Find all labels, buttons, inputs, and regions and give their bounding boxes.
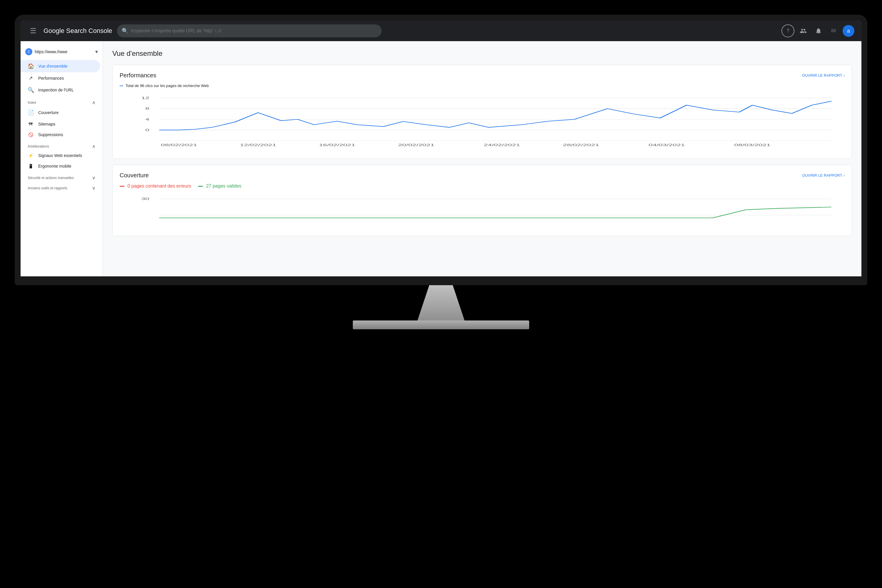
couverture-card-title: Couverture	[120, 172, 149, 179]
svg-text:12: 12	[141, 96, 149, 100]
nav-label-inspection: Inspection de l'URL	[38, 88, 74, 92]
nav-label-performances: Performances	[38, 76, 64, 81]
inspect-icon: 🔍	[28, 87, 33, 93]
search-bar[interactable]: 🔍	[117, 24, 382, 38]
sidebar-item-inspection-url[interactable]: 🔍 Inspection de l'URL	[21, 84, 100, 96]
nav-label-suppressions: Suppressions	[38, 132, 63, 137]
index-section-arrow-icon: ∧	[92, 100, 96, 105]
main-content: Vue d'ensemble Performances OUVRIR LE RA…	[103, 41, 861, 276]
svg-text:28/02/2021: 28/02/2021	[563, 144, 599, 147]
app-logo: Google Search Console	[44, 27, 112, 35]
help-button[interactable]: ?	[782, 24, 794, 38]
index-section-label: Index	[28, 100, 36, 105]
svg-text:24/02/2021: 24/02/2021	[484, 144, 520, 147]
property-url: https://www.//wwe	[35, 50, 93, 54]
apps-button[interactable]	[827, 24, 840, 38]
sidebar-item-signaux-web[interactable]: ⚡ Signaux Web essentiels	[21, 150, 100, 161]
performances-legend: Total de 96 clics sur les pages de reche…	[120, 84, 844, 88]
notifications-button[interactable]	[812, 24, 825, 38]
nav-label-vue-densemble: Vue d'ensemble	[38, 64, 68, 69]
ameliorations-section-header[interactable]: Améliorations ∧	[21, 140, 103, 150]
topbar-actions: ? a	[782, 24, 854, 38]
svg-text:12/02/2021: 12/02/2021	[240, 144, 276, 147]
suppressions-icon: 🚫	[28, 132, 33, 137]
anciens-outils-label: Anciens outils et rapports	[28, 186, 68, 190]
search-icon: 🔍	[122, 28, 128, 34]
sidebar-item-ergonomie-mobile[interactable]: 📱 Ergonomie mobile	[21, 161, 100, 171]
index-section-header[interactable]: Index ∧	[21, 96, 103, 106]
ameliorations-section-label: Améliorations	[28, 144, 49, 148]
svg-text:08/02/2021: 08/02/2021	[161, 144, 197, 147]
ameliorations-arrow-icon: ∧	[92, 144, 96, 149]
trend-icon: ↗	[28, 75, 33, 81]
property-selector[interactable]: C https://www.//wwe ▾	[21, 46, 103, 58]
coverage-legend: 0 pages contenant des erreurs 27 pages v…	[120, 183, 844, 189]
signaux-icon: ⚡	[28, 153, 33, 158]
svg-text:30: 30	[141, 197, 149, 201]
users-button[interactable]	[797, 24, 810, 38]
couverture-icon: 📄	[28, 110, 33, 116]
nav-label-signaux: Signaux Web essentiels	[38, 153, 82, 158]
imac-stand-neck	[412, 285, 470, 321]
page-title: Vue d'ensemble	[112, 50, 852, 58]
sidebar: C https://www.//wwe ▾ 🏠 Vue d'ensemble ↗	[21, 41, 103, 276]
sidebar-item-couverture[interactable]: 📄 Couverture	[21, 106, 100, 119]
imac-stand-base	[353, 321, 529, 329]
performances-card: Performances OUVRIR LE RAPPORT › Total d…	[112, 64, 852, 159]
anciens-outils-section-header[interactable]: Anciens outils et rapports ∨	[21, 182, 103, 192]
securite-section-header[interactable]: Sécurité et actions manuelles ∨	[21, 171, 103, 182]
sitemaps-icon: 🗺	[28, 122, 33, 126]
performances-chart: 12 8 4 0 08/02/2021 12/02/2021 16/02/202…	[120, 93, 844, 152]
couverture-card: Couverture OUVRIR LE RAPPORT ›	[112, 165, 852, 236]
svg-text:4: 4	[145, 118, 149, 121]
hamburger-icon[interactable]: ☰	[28, 24, 39, 38]
coverage-valid-legend: 27 pages valides	[206, 183, 242, 189]
coverage-chart: 30	[120, 194, 844, 229]
nav-label-sitemaps: Sitemaps	[38, 122, 55, 126]
home-icon: 🏠	[28, 63, 33, 69]
nav-label-couverture: Couverture	[38, 110, 58, 115]
securite-arrow-icon: ∨	[92, 175, 96, 180]
user-avatar[interactable]: a	[843, 25, 854, 37]
sidebar-item-sitemaps[interactable]: 🗺 Sitemaps	[21, 119, 100, 129]
performances-report-link[interactable]: OUVRIR LE RAPPORT ›	[802, 73, 844, 78]
search-input[interactable]	[131, 28, 377, 33]
svg-text:16/02/2021: 16/02/2021	[319, 144, 355, 147]
nav-label-ergonomie: Ergonomie mobile	[38, 164, 72, 168]
svg-text:08/03/2021: 08/03/2021	[734, 144, 770, 147]
property-arrow-icon: ▾	[95, 48, 98, 55]
sidebar-item-performances[interactable]: ↗ Performances	[21, 72, 100, 84]
svg-text:0: 0	[145, 129, 149, 132]
couverture-report-link[interactable]: OUVRIR LE RAPPORT ›	[802, 173, 844, 178]
ergonomie-icon: 📱	[28, 164, 33, 168]
svg-text:8: 8	[145, 107, 149, 110]
property-icon: C	[25, 48, 32, 55]
sidebar-item-suppressions[interactable]: 🚫 Suppressions	[21, 129, 100, 140]
imac-chin	[15, 276, 867, 285]
svg-text:04/03/2021: 04/03/2021	[649, 144, 685, 147]
anciens-arrow-icon: ∨	[92, 185, 96, 191]
securite-section-label: Sécurité et actions manuelles	[28, 176, 74, 180]
coverage-error-legend: 0 pages contenant des erreurs	[127, 183, 191, 189]
sidebar-item-vue-densemble[interactable]: 🏠 Vue d'ensemble	[21, 60, 100, 72]
svg-text:20/02/2021: 20/02/2021	[398, 144, 434, 147]
performances-card-title: Performances	[120, 72, 156, 79]
